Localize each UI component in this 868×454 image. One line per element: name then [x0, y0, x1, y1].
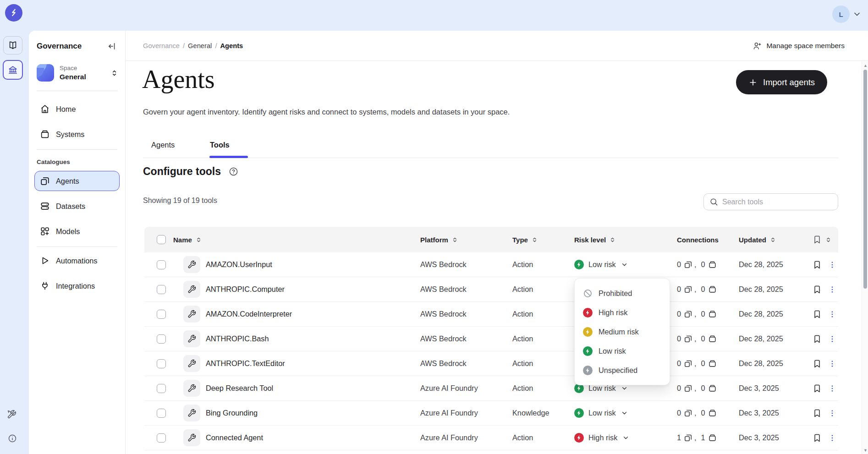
sidebar-item-integrations[interactable]: Integrations — [34, 276, 120, 296]
row-checkbox[interactable] — [157, 285, 166, 294]
bookmark-icon[interactable] — [813, 285, 822, 294]
tab-tools[interactable]: Tools — [203, 137, 237, 153]
tool-name[interactable]: ANTHROPIC.Bash — [206, 334, 269, 343]
scrollbar-down-arrow[interactable]: ▼ — [863, 449, 867, 452]
column-header-Name[interactable]: Name — [173, 236, 420, 244]
breadcrumb-general[interactable]: General — [188, 42, 212, 49]
bookmark-icon[interactable] — [813, 384, 822, 393]
bookmark-icon[interactable] — [813, 310, 822, 319]
risk-option-prohibited[interactable]: Prohibited — [575, 284, 670, 303]
import-agents-button[interactable]: Import agents — [736, 70, 827, 94]
space-selector[interactable]: Space General — [37, 64, 119, 82]
kebab-menu-icon[interactable] — [828, 434, 836, 442]
collapse-sidebar-icon[interactable] — [108, 42, 117, 51]
avatar[interactable]: L — [832, 5, 850, 23]
row-checkbox[interactable] — [157, 359, 166, 368]
risk-high-icon — [574, 433, 584, 443]
bookmark-icon[interactable] — [813, 260, 822, 269]
row-checkbox[interactable] — [157, 310, 166, 319]
tool-type: Knowledge — [512, 409, 574, 417]
row-checkbox[interactable] — [157, 334, 166, 344]
systems-box-icon — [708, 310, 717, 318]
kebab-menu-icon[interactable] — [828, 384, 836, 393]
info-icon[interactable] — [8, 434, 17, 443]
breadcrumb-separator: / — [183, 42, 185, 49]
kebab-menu-icon[interactable] — [828, 310, 836, 318]
risk-level-dropdown: ProhibitedHigh riskMedium riskLow riskUn… — [574, 278, 670, 385]
tool-type: Action — [512, 310, 574, 318]
select-all-checkbox[interactable] — [157, 235, 166, 244]
systems-box-icon — [708, 334, 717, 343]
sidebar-item-automations[interactable]: Automations — [34, 251, 120, 271]
table-row[interactable]: ANTHROPIC.BashAWS BedrockAction0,0Dec 28… — [144, 327, 838, 351]
risk-level-select[interactable]: Low risk — [574, 408, 677, 418]
table-row[interactable]: Bing GroundingAzure AI FoundryKnowledgeL… — [144, 401, 838, 426]
risk-zap-icon — [583, 366, 593, 375]
system-connections-count: 0 — [701, 260, 705, 269]
rail-governance-button[interactable] — [3, 60, 23, 80]
row-checkbox[interactable] — [157, 260, 166, 269]
risk-low-icon — [574, 408, 584, 418]
tool-name[interactable]: AMAZON.UserInput — [206, 260, 272, 269]
tab-agents[interactable]: Agents — [144, 137, 182, 153]
app-logo[interactable] — [5, 4, 22, 22]
table-row[interactable]: Connected AgentAzure AI FoundryActionHig… — [144, 426, 838, 450]
tool-name[interactable]: ANTHROPIC.TextEditor — [206, 359, 285, 368]
scrollbar-up-arrow[interactable]: ▲ — [863, 64, 867, 67]
table-row[interactable]: AMAZON.UserInputAWS BedrockActionLow ris… — [144, 252, 838, 277]
sidebar-item-agents[interactable]: Agents — [34, 171, 120, 191]
manage-space-members-button[interactable]: Manage space members — [753, 41, 845, 50]
bookmark-icon[interactable] — [813, 359, 822, 368]
bookmark-icon[interactable] — [813, 409, 822, 418]
risk-option-high-risk[interactable]: High risk — [575, 303, 670, 322]
search-input[interactable] — [722, 198, 832, 206]
tools-icon[interactable] — [7, 410, 16, 419]
row-checkbox[interactable] — [157, 409, 166, 418]
bookmark-icon[interactable] — [813, 433, 822, 443]
risk-option-medium-risk[interactable]: Medium risk — [575, 322, 670, 341]
help-icon[interactable] — [229, 167, 238, 176]
risk-level-select[interactable]: Low risk — [574, 260, 677, 269]
table-row[interactable]: ANTHROPIC.ComputerAWS BedrockAction0,0De… — [144, 277, 838, 302]
wrench-icon — [183, 355, 200, 372]
table-row[interactable]: ANTHROPIC.TextEditorAWS BedrockAction0,0… — [144, 351, 838, 376]
sidebar-item-label: Automations — [56, 257, 98, 265]
table-row[interactable]: Deep Research ToolAzure AI FoundryAction… — [144, 376, 838, 401]
sidebar-item-home[interactable]: Home — [34, 99, 120, 119]
risk-level-select[interactable]: High risk — [574, 433, 677, 443]
row-checkbox[interactable] — [157, 384, 166, 393]
breadcrumb-governance[interactable]: Governance — [143, 42, 180, 49]
tool-name[interactable]: ANTHROPIC.Computer — [206, 285, 285, 294]
tool-name[interactable]: Bing Grounding — [206, 409, 258, 417]
risk-zap-icon — [583, 327, 593, 337]
column-header-Updated[interactable]: Updated — [739, 236, 813, 244]
column-header-Platform[interactable]: Platform — [420, 236, 512, 244]
sidebar-item-models[interactable]: Models — [34, 221, 120, 241]
column-header-Risk level[interactable]: Risk level — [574, 236, 677, 244]
kebab-menu-icon[interactable] — [828, 261, 836, 269]
scrollbar-thumb[interactable] — [863, 70, 867, 289]
agent-connections-count: 0 — [677, 260, 681, 269]
sidebar-item-datasets[interactable]: Datasets — [34, 196, 120, 216]
column-header-bookmark[interactable] — [813, 235, 838, 244]
connections-separator: , — [694, 310, 697, 318]
column-header-Type[interactable]: Type — [512, 236, 574, 244]
sidebar-item-systems[interactable]: Systems — [34, 124, 120, 144]
nav-section-heading: Catalogues — [37, 159, 120, 165]
kebab-menu-icon[interactable] — [828, 285, 836, 294]
tool-name[interactable]: AMAZON.CodeInterpreter — [206, 310, 292, 318]
kebab-menu-icon[interactable] — [828, 335, 836, 343]
kebab-menu-icon[interactable] — [828, 409, 836, 417]
vertical-scrollbar[interactable]: ▲ ▼ — [862, 61, 868, 454]
chevron-down-icon[interactable] — [852, 10, 862, 19]
table-row[interactable]: AMAZON.CodeInterpreterAWS BedrockAction0… — [144, 302, 838, 327]
tool-name[interactable]: Connected Agent — [206, 433, 263, 442]
tool-name[interactable]: Deep Research Tool — [206, 384, 273, 393]
risk-option-low-risk[interactable]: Low risk — [575, 341, 670, 361]
row-checkbox[interactable] — [157, 433, 166, 443]
chevron-down-icon — [622, 434, 630, 442]
rail-docs-button[interactable] — [3, 36, 22, 55]
kebab-menu-icon[interactable] — [828, 360, 836, 368]
risk-option-unspecified[interactable]: Unspecified — [575, 361, 670, 380]
bookmark-icon[interactable] — [813, 334, 822, 344]
